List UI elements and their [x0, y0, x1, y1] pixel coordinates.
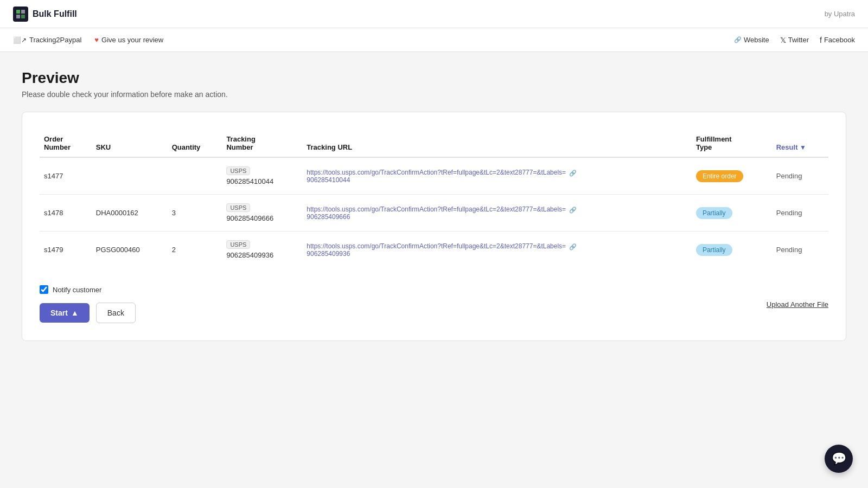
- cell-tracking-url: https://tools.usps.com/go/TrackConfirmAc…: [302, 232, 692, 268]
- bottom-left: Notify customer Start ▲ Back: [40, 285, 136, 323]
- table-row: s1478 DHA0000162 3 USPS 906285409666 htt…: [40, 195, 828, 232]
- result-status: Pending: [776, 209, 802, 217]
- external-link-icon: 🔗: [569, 243, 577, 251]
- carrier-badge: USPS: [226, 166, 250, 175]
- external-link-icon: ⬜↗: [13, 36, 27, 44]
- preview-card: OrderNumber SKU Quantity TrackingNumber …: [22, 112, 846, 341]
- cell-order-number: s1479: [40, 232, 92, 268]
- col-order-number: OrderNumber: [40, 130, 92, 157]
- fulfillment-badge: Entire order: [696, 170, 743, 182]
- logo-icon: [13, 7, 28, 22]
- cell-quantity: 3: [168, 195, 222, 232]
- col-tracking-number: TrackingNumber: [222, 130, 302, 157]
- svg-rect-3: [21, 15, 25, 18]
- fulfillment-badge: Partially: [696, 244, 732, 256]
- external-link-icon: 🔗: [569, 207, 577, 214]
- cell-sku: [92, 157, 168, 195]
- cell-result: Pending: [772, 232, 828, 268]
- website-link[interactable]: 🔗 Website: [734, 36, 769, 44]
- bottom-section: Notify customer Start ▲ Back Upload Anot…: [40, 281, 828, 323]
- nav-right: 🔗 Website 𝕏 Twitter f Facebook: [734, 36, 855, 44]
- table-row: s1477 USPS 906285410044 https://tools.us…: [40, 157, 828, 195]
- notify-label: Notify customer: [53, 286, 101, 294]
- external-link-icon: 🔗: [569, 170, 577, 177]
- tracking-num: 906285410044: [226, 177, 296, 185]
- tracking-url-link[interactable]: https://tools.usps.com/go/TrackConfirmAc…: [307, 206, 685, 221]
- notify-checkbox[interactable]: [40, 285, 48, 294]
- fulfillment-badge: Partially: [696, 207, 732, 219]
- col-sku: SKU: [92, 130, 168, 157]
- nav-left: ⬜↗ Tracking2Paypal ♥ Give us your review: [13, 36, 163, 44]
- review-link[interactable]: ♥ Give us your review: [94, 36, 163, 44]
- nav-bar: ⬜↗ Tracking2Paypal ♥ Give us your review…: [0, 28, 868, 52]
- top-bar: Bulk Fulfill by Upatra: [0, 0, 868, 28]
- facebook-icon: f: [820, 36, 822, 44]
- cell-tracking-number: USPS 906285409666: [222, 195, 302, 232]
- facebook-link[interactable]: f Facebook: [820, 36, 855, 44]
- cell-sku: DHA0000162: [92, 195, 168, 232]
- action-buttons: Start ▲ Back: [40, 303, 136, 323]
- back-label: Back: [107, 309, 124, 317]
- carrier-badge: USPS: [226, 240, 250, 249]
- upload-another-button[interactable]: Upload Another File: [767, 300, 828, 309]
- notify-row: Notify customer: [40, 285, 136, 294]
- col-tracking-url: Tracking URL: [302, 130, 692, 157]
- table-row: s1479 PGSG000460 2 USPS 906285409936 htt…: [40, 232, 828, 268]
- cell-tracking-url: https://tools.usps.com/go/TrackConfirmAc…: [302, 195, 692, 232]
- tracking2paypal-label: Tracking2Paypal: [29, 36, 81, 44]
- cell-tracking-number: USPS 906285410044: [222, 157, 302, 195]
- result-filter-icon[interactable]: ▼: [800, 144, 806, 151]
- cell-fulfillment-type: Partially: [692, 232, 772, 268]
- cell-tracking-url: https://tools.usps.com/go/TrackConfirmAc…: [302, 157, 692, 195]
- tracking-url-link[interactable]: https://tools.usps.com/go/TrackConfirmAc…: [307, 169, 685, 184]
- cell-quantity: 2: [168, 232, 222, 268]
- svg-rect-2: [16, 15, 20, 18]
- tracking-url-link[interactable]: https://tools.usps.com/go/TrackConfirmAc…: [307, 242, 685, 258]
- brand: Bulk Fulfill: [13, 7, 77, 22]
- cell-order-number: s1478: [40, 195, 92, 232]
- twitter-label: Twitter: [788, 36, 809, 44]
- app-title: Bulk Fulfill: [33, 9, 77, 19]
- tracking-num: 906285409666: [226, 214, 296, 222]
- cell-sku: PGSG000460: [92, 232, 168, 268]
- page-subtitle: Please double check your information bef…: [22, 90, 846, 99]
- byline: by Upatra: [825, 10, 855, 18]
- review-label: Give us your review: [101, 36, 163, 44]
- carrier-badge: USPS: [226, 203, 250, 212]
- svg-rect-0: [16, 10, 20, 14]
- cell-result: Pending: [772, 195, 828, 232]
- website-label: Website: [744, 36, 769, 44]
- orders-table: OrderNumber SKU Quantity TrackingNumber …: [40, 130, 828, 268]
- result-status: Pending: [776, 246, 802, 254]
- table-body: s1477 USPS 906285410044 https://tools.us…: [40, 157, 828, 268]
- url-text: https://tools.usps.com/go/TrackConfirmAc…: [307, 242, 567, 258]
- facebook-label: Facebook: [824, 36, 855, 44]
- cell-fulfillment-type: Entire order: [692, 157, 772, 195]
- url-text: https://tools.usps.com/go/TrackConfirmAc…: [307, 169, 567, 184]
- tracking2paypal-link[interactable]: ⬜↗ Tracking2Paypal: [13, 36, 81, 44]
- twitter-link[interactable]: 𝕏 Twitter: [780, 36, 809, 44]
- cell-tracking-number: USPS 906285409936: [222, 232, 302, 268]
- url-text: https://tools.usps.com/go/TrackConfirmAc…: [307, 206, 567, 221]
- cell-result: Pending: [772, 157, 828, 195]
- svg-rect-1: [21, 10, 25, 14]
- cell-quantity: [168, 157, 222, 195]
- col-result: Result ▼: [772, 130, 828, 157]
- tracking-num: 906285409936: [226, 251, 296, 259]
- table-wrap: OrderNumber SKU Quantity TrackingNumber …: [40, 130, 828, 268]
- heart-icon: ♥: [94, 36, 99, 44]
- col-quantity: Quantity: [168, 130, 222, 157]
- page-title: Preview: [22, 69, 846, 87]
- main-content: Preview Please double check your informa…: [0, 52, 868, 358]
- twitter-icon: 𝕏: [780, 36, 786, 44]
- cell-fulfillment-type: Partially: [692, 195, 772, 232]
- col-fulfillment-type: FulfillmentType: [692, 130, 772, 157]
- result-status: Pending: [776, 172, 802, 180]
- start-arrow-icon: ▲: [71, 309, 79, 317]
- cell-order-number: s1477: [40, 157, 92, 195]
- website-external-icon: 🔗: [734, 36, 742, 43]
- start-button[interactable]: Start ▲: [40, 303, 90, 323]
- table-header: OrderNumber SKU Quantity TrackingNumber …: [40, 130, 828, 157]
- back-button[interactable]: Back: [96, 303, 136, 323]
- start-label: Start: [50, 309, 68, 317]
